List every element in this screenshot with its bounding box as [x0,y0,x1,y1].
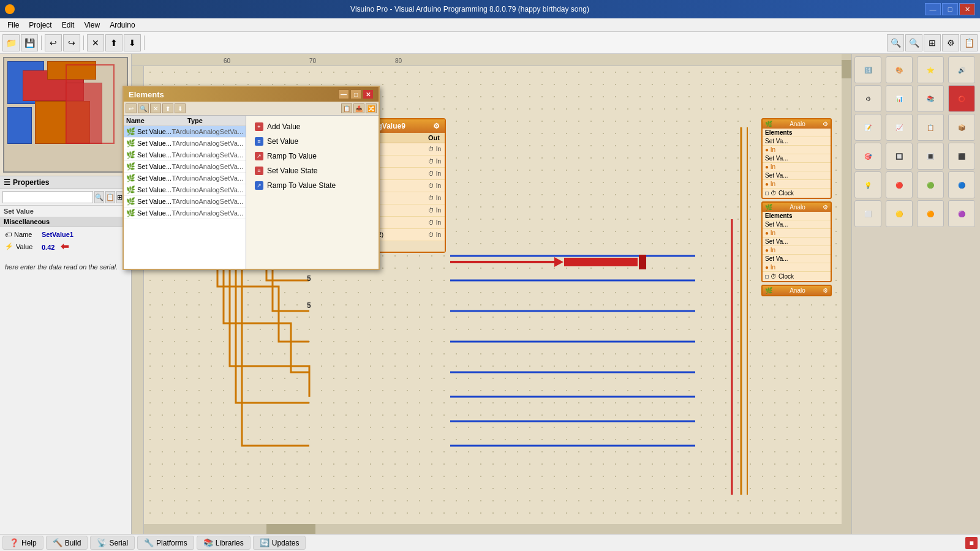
palette-btn-0[interactable]: 🔢 [854,56,881,83]
maximize-button[interactable]: □ [942,3,958,15]
palette-btn-15[interactable]: ⬛ [948,143,975,170]
action-ramp-to-value[interactable]: ↗ Ramp To Value [251,150,374,162]
palette-btn-12[interactable]: 🎯 [854,143,881,170]
list-row-3[interactable]: 🌿 Set Value... TArduinoAnalogSetVa... [124,161,246,173]
left-panel: ☰ Properties 🔍 📋 ⊞ ⊟ ✕ Set Value Miscell… [0,54,132,534]
action-ramp-to-value-state[interactable]: ↗ Ramp To Value State [251,179,374,192]
set-value-state-icon: ≡ [255,167,263,175]
list-row-4[interactable]: 🌿 Set Value... TArduinoAnalogSetVa... [124,173,246,184]
palette-btn-16[interactable]: 💡 [854,171,881,198]
elements-dialog: Elements — □ ✕ ↩ 🔍 ✕ ⬆ ⬇ 📋 📤 🔀 [123,86,380,270]
prop-copy-btn[interactable]: 📋 [105,191,115,203]
list-row-0[interactable]: 🌿 Set Value... TArduinoAnalogSetVa... [124,126,246,138]
toolbar-down[interactable]: ⬇ [124,34,141,51]
list-row-7[interactable]: 🌿 Set Value... TArduinoAnalogSetVa... [124,208,246,219]
search-input[interactable] [2,191,93,203]
tab-build[interactable]: 🔨 Build [46,536,88,550]
toolbar-redo[interactable]: ↪ [63,34,80,51]
palette-btn-22[interactable]: 🟠 [917,200,944,227]
tab-platforms[interactable]: 🔧 Platforms [137,536,194,550]
dt-btn2[interactable]: 🔍 [138,103,149,113]
minimize-button[interactable]: — [925,3,941,15]
rb-header-0: 🌿 Analo ⚙ [763,119,831,129]
palette-btn-10[interactable]: 📋 [917,114,944,141]
palette-btn-4[interactable]: ⚙ [854,85,881,112]
analog-gear-icon[interactable]: ⚙ [433,122,440,130]
toolbar-fit[interactable]: ⊞ [924,34,941,51]
scrollbar-vertical[interactable] [842,54,851,534]
toolbar-zoom-out[interactable]: 🔍 [905,34,922,51]
list-row-1[interactable]: 🌿 Set Value... TArduinoAnalogSetVa... [124,138,246,149]
action-set-value-state[interactable]: ≡ Set Value State [251,165,374,177]
palette-btn-19[interactable]: 🔵 [948,171,975,198]
ramp-to-value-state-label: Ramp To Value State [267,181,336,190]
menu-project[interactable]: Project [24,20,56,31]
palette-btn-8[interactable]: 📝 [854,114,881,141]
dialog-max[interactable]: □ [350,89,361,99]
action-set-value[interactable]: ≡ Set Value [251,135,374,148]
close-button[interactable]: ✕ [959,3,975,15]
dt-btn6[interactable]: 📋 [341,103,352,113]
palette-btn-14[interactable]: 🔳 [917,143,944,170]
toolbar-save[interactable]: 💾 [21,34,38,51]
palette-btn-3[interactable]: 🔊 [948,56,975,83]
palette-btn-1[interactable]: 🎨 [886,56,913,83]
action-add-value[interactable]: + Add Value [251,121,374,133]
palette-btn-7[interactable]: ⭕ [948,85,975,112]
dt-btn1[interactable]: ↩ [126,103,137,113]
menu-view[interactable]: View [79,20,105,31]
rb-gear-0[interactable]: ⚙ [823,121,828,127]
list-row-type-7: TArduinoAnalogSetVa... [172,209,243,217]
list-row-type-5: TArduinoAnalogSetVa... [172,186,243,193]
palette-btn-20[interactable]: ⬜ [854,200,881,227]
right-palette: 🔢 🎨 ⭐ 🔊 ⚙ 📊 📚 ⭕ 📝 📈 📋 📦 🎯 🔲 🔳 ⬛ 💡 🔴 🟢 🔵 … [851,54,980,534]
toolbar-options2[interactable]: 📋 [960,34,978,51]
menu-arduino[interactable]: Arduino [105,20,140,31]
dialog-min[interactable]: — [338,89,349,99]
dt-btn4[interactable]: ⬆ [162,103,173,113]
tab-serial[interactable]: 📡 Serial [90,536,135,550]
palette-btn-9[interactable]: 📈 [886,114,913,141]
menu-edit[interactable]: Edit [57,20,80,31]
palette-btn-11[interactable]: 📦 [948,114,975,141]
search-btn[interactable]: 🔍 [94,191,104,203]
toolbar-up[interactable]: ⬆ [105,34,123,51]
list-row-6[interactable]: 🌿 Set Value... TArduinoAnalogSetVa... [124,196,246,208]
in-label-6: ⏱ In [428,219,441,226]
palette-btn-21[interactable]: 🟡 [886,200,913,227]
toolbar-zoom-in[interactable]: 🔍 [887,34,904,51]
tab-updates[interactable]: 🔄 Updates [253,536,306,550]
palette-btn-18[interactable]: 🟢 [917,171,944,198]
scrollbar-horizontal[interactable] [144,524,842,534]
palette-btn-2[interactable]: ⭐ [917,56,944,83]
dt-btn3[interactable]: ✕ [150,103,161,113]
rb-setva-0c: Set Va... [763,171,831,180]
palette-btn-17[interactable]: 🔴 [886,171,913,198]
tab-libraries[interactable]: 📚 Libraries [197,536,251,550]
list-row-2[interactable]: 🌿 Set Value... TArduinoAnalogSetVa... [124,149,246,161]
rb-gear-1[interactable]: ⚙ [823,204,828,211]
toolbar-options1[interactable]: ⚙ [942,34,959,51]
menu-file[interactable]: File [2,20,24,31]
list-row-name-7: Set Value... [137,209,172,217]
palette-btn-5[interactable]: 📊 [886,85,913,112]
list-row-5[interactable]: 🌿 Set Value... TArduinoAnalogSetVa... [124,184,246,196]
dt-btn8[interactable]: 🔀 [366,103,377,113]
scrollbar-thumb-v[interactable] [842,60,851,78]
right-blocks-area: 🌿 Analo ⚙ Elements Set Va... ● In Set Va… [761,118,832,299]
palette-btn-23[interactable]: 🟣 [948,200,975,227]
palette-btn-13[interactable]: 🔲 [886,143,913,170]
title-bar-left [5,4,15,14]
stop-button[interactable]: ■ [965,537,978,549]
toolbar-delete[interactable]: ✕ [87,34,104,51]
tab-help[interactable]: ❓ Help [2,536,43,550]
rb-gear-2[interactable]: ⚙ [823,287,828,294]
scrollbar-thumb-h[interactable] [266,524,315,534]
palette-btn-6[interactable]: 📚 [917,85,944,112]
prop-value-name[interactable]: SetValue1 [42,231,126,238]
dt-btn5[interactable]: ⬇ [175,103,186,113]
toolbar-undo[interactable]: ↩ [45,34,62,51]
dt-btn7[interactable]: 📤 [353,103,364,113]
toolbar-open[interactable]: 📁 [2,34,20,51]
dialog-close[interactable]: ✕ [363,89,374,99]
